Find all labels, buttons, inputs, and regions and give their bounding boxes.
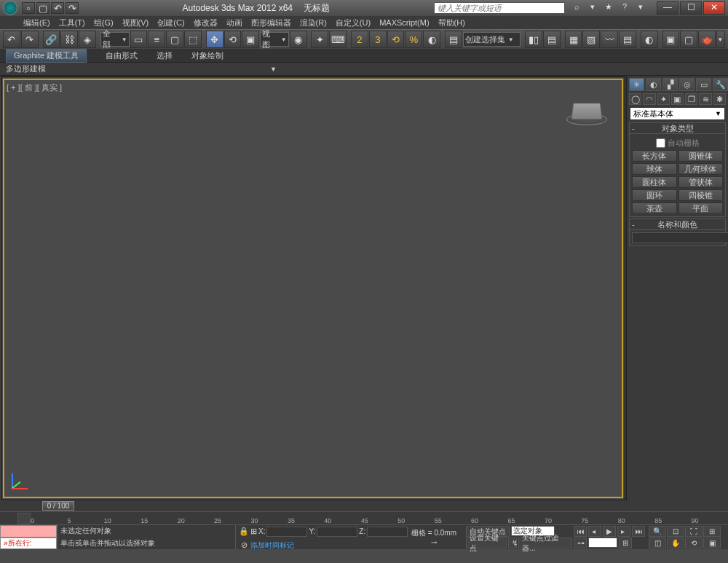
named-selection-dropdown[interactable]: 创建选择集▼ [463, 32, 521, 47]
coord-y-input[interactable] [317, 527, 357, 537]
select-scale-icon[interactable]: ▣ [242, 31, 259, 48]
snap-3d-icon[interactable]: 3 [369, 31, 387, 48]
ribbon-tab-selection[interactable]: 选择 [157, 50, 173, 61]
menu-views[interactable]: 视图(V) [121, 17, 151, 28]
zoom-icon[interactable]: 🔍 [649, 526, 666, 537]
unlink-icon[interactable]: ⛓ [60, 31, 78, 48]
minimize-button[interactable]: — [657, 1, 678, 15]
object-name-input[interactable] [632, 232, 728, 243]
create-category-dropdown[interactable]: 标准基本体▼ [630, 107, 725, 120]
maximize-button[interactable]: ☐ [680, 1, 702, 15]
time-slider-thumb[interactable]: 0 / 100 [42, 501, 74, 511]
menu-grapheditors[interactable]: 图形编辑器 [250, 17, 293, 28]
trackbar-toggle-icon[interactable] [17, 513, 31, 524]
rendered-frame-icon[interactable]: ▢ [680, 31, 697, 48]
hierarchy-tab-icon[interactable]: ▞ [662, 78, 678, 91]
bind-spacewarp-icon[interactable]: ◈ [79, 31, 96, 48]
time-config-icon[interactable]: ⊞ [619, 538, 632, 548]
ribbon-panel-label[interactable]: 多边形建模 [6, 63, 46, 74]
fov-icon[interactable]: ◫ [649, 538, 666, 548]
render-production-icon[interactable]: 🫖 [698, 31, 716, 48]
zoom-extents-all-icon[interactable]: ⊞ [703, 526, 721, 537]
help-arrow-icon[interactable]: ▾ [635, 2, 646, 14]
menu-animation[interactable]: 动画 [225, 17, 244, 28]
material-editor-icon[interactable]: ◐ [641, 31, 658, 48]
setkey-button[interactable]: 设置关键点 [466, 538, 507, 548]
help-icon[interactable]: ? [619, 2, 630, 14]
maximize-viewport-icon[interactable]: ▣ [703, 538, 721, 548]
ribbon-tab-freeform[interactable]: 自由形式 [106, 50, 138, 61]
pivot-center-icon[interactable]: ◉ [290, 31, 307, 48]
selection-filter-dropdown[interactable]: 全部▼ [100, 32, 130, 47]
cylinder-button[interactable]: 圆柱体 [632, 176, 677, 188]
orbit-icon[interactable]: ⟲ [685, 538, 703, 548]
setkey-large-icon[interactable]: ↯ [508, 538, 517, 548]
snap-2d-icon[interactable]: 2 [351, 31, 368, 48]
menu-create[interactable]: 创建(C) [156, 17, 186, 28]
app-menu-icon[interactable] [3, 1, 17, 15]
menu-edit[interactable]: 编辑(E) [22, 17, 52, 28]
motion-tab-icon[interactable]: ◎ [679, 78, 695, 91]
modify-tab-icon[interactable]: ◐ [646, 78, 661, 91]
qat-new-icon[interactable]: ▫ [22, 2, 35, 14]
infocenter-arrow-icon[interactable]: ▾ [587, 2, 598, 14]
torus-button[interactable]: 圆环 [632, 189, 677, 201]
rollout-name-color[interactable]: 名称和颜色 [629, 218, 726, 230]
render-flyout-icon[interactable]: ▾ [716, 31, 725, 48]
prev-frame-icon[interactable]: ◂ [588, 526, 601, 537]
infocenter-icon[interactable]: ⌕ [571, 2, 582, 14]
key-mode-icon[interactable]: ⊸ [431, 538, 437, 546]
editnamed-sel-icon[interactable]: ▤ [445, 31, 462, 48]
viewport-label[interactable]: [ + ][ 前 ][ 真实 ] [7, 82, 62, 93]
zoom-all-icon[interactable]: ⊡ [667, 526, 684, 537]
plane-button[interactable]: 平面 [678, 202, 724, 214]
align-icon[interactable]: ▤ [543, 31, 561, 48]
curve-editor-icon[interactable]: 〰 [601, 31, 618, 48]
redo-icon[interactable]: ↷ [21, 31, 39, 48]
utilities-tab-icon[interactable]: 🔧 [713, 78, 728, 91]
add-time-tag[interactable]: 添加时间标记 [250, 540, 294, 551]
spacewarps-icon[interactable]: ≋ [699, 93, 711, 105]
ribbon-expand-icon[interactable]: ▼ [270, 66, 277, 73]
undo-icon[interactable]: ↶ [3, 31, 20, 48]
ribbon-tab-objectpaint[interactable]: 对象绘制 [191, 50, 223, 61]
menu-modifiers[interactable]: 修改器 [192, 17, 219, 28]
select-region-icon[interactable]: ▢ [166, 31, 183, 48]
pyramid-button[interactable]: 四棱锥 [678, 189, 724, 201]
next-frame-icon[interactable]: ▸ [617, 526, 630, 537]
select-rotate-icon[interactable]: ⟲ [224, 31, 242, 48]
display-tab-icon[interactable]: ▭ [696, 78, 711, 91]
script-mini-listener[interactable] [0, 525, 57, 538]
spinner-snap-icon[interactable]: ◐ [423, 31, 440, 48]
select-move-icon[interactable]: ✥ [206, 31, 223, 48]
coord-x-input[interactable] [266, 527, 307, 537]
script-output[interactable]: »所在行: [0, 538, 57, 550]
qat-undo-icon[interactable]: ↶ [51, 2, 64, 14]
search-input[interactable] [434, 2, 565, 14]
zoom-extents-icon[interactable]: ⛶ [685, 526, 703, 537]
keyfilters-button[interactable]: 关键点过滤器... [518, 538, 572, 548]
refcoord-dropdown[interactable]: 视图▼ [260, 32, 289, 47]
coord-z-input[interactable] [367, 527, 408, 537]
geometry-icon[interactable]: ◯ [629, 93, 641, 105]
helpers-icon[interactable]: ❐ [685, 93, 697, 105]
time-slider[interactable]: 0 / 100 [0, 501, 728, 511]
manipulate-icon[interactable]: ✦ [311, 31, 328, 48]
qat-open-icon[interactable]: ▢ [36, 2, 50, 14]
teapot-button[interactable]: 茶壶 [632, 202, 677, 214]
goto-start-icon[interactable]: ⏮ [574, 526, 587, 537]
tube-button[interactable]: 管状体 [678, 176, 724, 188]
render-setup-icon[interactable]: ▣ [662, 31, 680, 48]
select-object-icon[interactable]: ▭ [130, 31, 148, 48]
shapes-icon[interactable]: ◠ [643, 93, 655, 105]
lights-icon[interactable]: ✦ [657, 93, 670, 105]
viewcube[interactable] [566, 95, 607, 124]
viewport[interactable]: [ + ][ 前 ][ 真实 ] [3, 79, 623, 498]
close-button[interactable]: ✕ [703, 1, 725, 15]
favorites-icon[interactable]: ★ [603, 2, 614, 14]
graphite-toggle-icon[interactable]: ▧ [582, 31, 600, 48]
window-crossing-icon[interactable]: ⬚ [184, 31, 202, 48]
track-bar[interactable]: 051015202530354045505560657075808590 [0, 511, 728, 524]
layer-manager-icon[interactable]: ▦ [565, 31, 582, 48]
keyboard-shortcut-icon[interactable]: ⌨ [329, 31, 347, 48]
